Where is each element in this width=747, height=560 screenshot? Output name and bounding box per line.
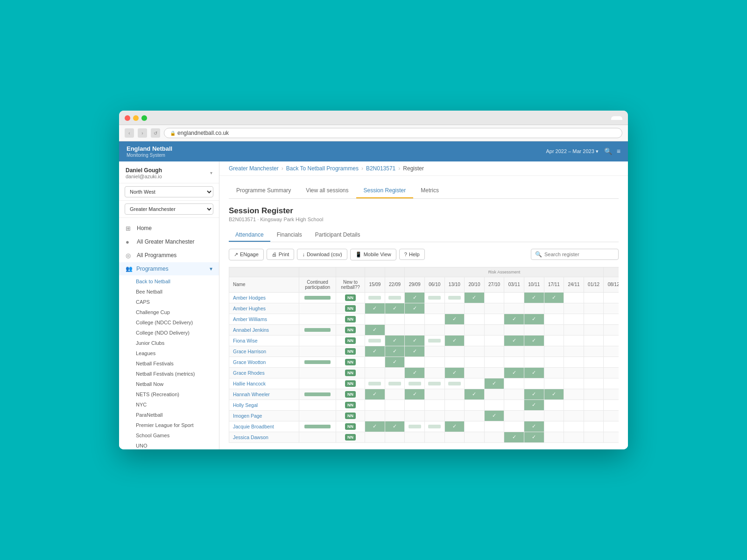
tab-financials[interactable]: Financials — [270, 229, 309, 242]
date-attendance-cell[interactable] — [604, 346, 619, 357]
breadcrumb-id[interactable]: B2N013571 — [366, 165, 395, 172]
date-attendance-cell[interactable]: ✓ — [385, 335, 405, 346]
date-attendance-cell[interactable]: ✓ — [544, 389, 564, 399]
date-attendance-cell[interactable] — [365, 432, 385, 442]
date-attendance-cell[interactable]: ✓ — [405, 389, 425, 399]
date-attendance-cell[interactable]: ✓ — [524, 314, 544, 324]
date-attendance-cell[interactable] — [365, 314, 385, 324]
tab-participant-details[interactable]: Participant Details — [309, 229, 367, 242]
tab-programme-summary[interactable]: Programme Summary — [229, 183, 298, 198]
date-attendance-cell[interactable]: ✓ — [524, 335, 544, 346]
breadcrumb-btn[interactable]: Back To Netball Programmes — [286, 165, 359, 172]
date-attendance-cell[interactable] — [444, 432, 465, 442]
date-attendance-cell[interactable] — [405, 314, 425, 324]
date-attendance-cell[interactable] — [544, 367, 564, 378]
sidebar-sub-netball-festivals-metrics[interactable]: Netball Festivals (metrics) — [119, 369, 219, 379]
date-attendance-cell[interactable] — [365, 335, 385, 346]
date-attendance-cell[interactable] — [484, 292, 504, 303]
user-chevron-icon[interactable]: ▾ — [210, 170, 212, 175]
download-button[interactable]: ↓ Download (csv) — [297, 249, 347, 260]
date-attendance-cell[interactable] — [564, 357, 584, 367]
date-attendance-cell[interactable] — [444, 292, 465, 303]
date-attendance-cell[interactable]: ✓ — [524, 367, 544, 378]
date-attendance-cell[interactable] — [564, 389, 584, 399]
date-attendance-cell[interactable] — [484, 324, 504, 335]
date-attendance-cell[interactable]: ✓ — [524, 292, 544, 303]
date-attendance-cell[interactable] — [365, 367, 385, 378]
date-attendance-cell[interactable] — [424, 389, 444, 399]
date-attendance-cell[interactable]: ✓ — [504, 367, 524, 378]
date-attendance-cell[interactable] — [424, 421, 444, 432]
date-attendance-cell[interactable]: ✓ — [504, 432, 524, 442]
date-attendance-cell[interactable]: ✓ — [444, 314, 465, 324]
date-attendance-cell[interactable]: ✓ — [504, 314, 524, 324]
table-row[interactable]: Hallie HancockNN✓ — [229, 378, 619, 389]
date-attendance-cell[interactable] — [604, 367, 619, 378]
date-attendance-cell[interactable] — [544, 335, 564, 346]
date-attendance-cell[interactable] — [385, 410, 405, 421]
table-row[interactable]: Grace HarrisonNN✓✓✓ — [229, 346, 619, 357]
date-attendance-cell[interactable] — [544, 432, 564, 442]
date-attendance-cell[interactable] — [424, 314, 444, 324]
date-attendance-cell[interactable]: ✓ — [405, 303, 425, 314]
sidebar-sub-junior-clubs[interactable]: Junior Clubs — [119, 338, 219, 348]
date-attendance-cell[interactable]: ✓ — [504, 335, 524, 346]
date-attendance-cell[interactable] — [465, 399, 485, 410]
date-attendance-cell[interactable] — [604, 399, 619, 410]
participant-name[interactable]: Amber Williams — [229, 314, 299, 324]
participant-name[interactable]: Fiona Wise — [229, 335, 299, 346]
date-attendance-cell[interactable] — [564, 314, 584, 324]
participant-name[interactable]: Hallie Hancock — [229, 378, 299, 389]
date-attendance-cell[interactable]: ✓ — [444, 421, 465, 432]
date-attendance-cell[interactable] — [604, 303, 619, 314]
date-attendance-cell[interactable] — [385, 399, 405, 410]
date-attendance-cell[interactable] — [564, 303, 584, 314]
date-attendance-cell[interactable]: ✓ — [405, 367, 425, 378]
date-attendance-cell[interactable] — [444, 399, 465, 410]
sidebar-sub-paranetball[interactable]: ParaNetball — [119, 410, 219, 420]
date-attendance-cell[interactable] — [584, 389, 604, 399]
date-attendance-cell[interactable] — [504, 324, 524, 335]
date-attendance-cell[interactable] — [424, 399, 444, 410]
date-attendance-cell[interactable] — [604, 357, 619, 367]
date-attendance-cell[interactable] — [584, 421, 604, 432]
date-attendance-cell[interactable] — [604, 335, 619, 346]
participant-name[interactable]: Grace Wootton — [229, 357, 299, 367]
date-attendance-cell[interactable] — [484, 389, 504, 399]
date-attendance-cell[interactable] — [584, 346, 604, 357]
date-attendance-cell[interactable] — [385, 378, 405, 389]
date-attendance-cell[interactable]: ✓ — [444, 367, 465, 378]
date-attendance-cell[interactable] — [424, 303, 444, 314]
participant-name[interactable]: Amber Hughes — [229, 303, 299, 314]
sidebar-sub-premier-league[interactable]: Premier League for Sport — [119, 420, 219, 430]
date-attendance-cell[interactable] — [544, 324, 564, 335]
sidebar-sub-nyc[interactable]: NYC — [119, 399, 219, 410]
date-attendance-cell[interactable] — [604, 378, 619, 389]
table-row[interactable]: Fiona WiseNN✓✓✓✓✓ — [229, 335, 619, 346]
date-attendance-cell[interactable]: ✓ — [524, 389, 544, 399]
date-attendance-cell[interactable] — [444, 324, 465, 335]
date-attendance-cell[interactable] — [484, 432, 504, 442]
region-select[interactable]: North West — [125, 186, 213, 197]
area-select[interactable]: Greater Manchester — [125, 203, 213, 215]
sidebar-item-all-gm[interactable]: ● All Greater Manchester — [119, 235, 219, 249]
date-attendance-cell[interactable] — [484, 399, 504, 410]
date-attendance-cell[interactable] — [424, 378, 444, 389]
tab-session-register[interactable]: Session Register — [356, 183, 414, 198]
search-input[interactable] — [544, 252, 614, 257]
tab-metrics[interactable]: Metrics — [413, 183, 446, 198]
date-attendance-cell[interactable] — [524, 378, 544, 389]
search-icon[interactable]: 🔍 — [604, 147, 612, 155]
date-attendance-cell[interactable] — [484, 421, 504, 432]
table-row[interactable]: Annabel JenkinsNN✓ — [229, 324, 619, 335]
date-attendance-cell[interactable] — [465, 421, 485, 432]
date-attendance-cell[interactable] — [584, 303, 604, 314]
date-attendance-cell[interactable]: ✓ — [524, 399, 544, 410]
date-attendance-cell[interactable] — [564, 421, 584, 432]
date-attendance-cell[interactable] — [604, 421, 619, 432]
date-attendance-cell[interactable] — [504, 346, 524, 357]
date-attendance-cell[interactable] — [604, 389, 619, 399]
table-row[interactable]: Hannah WheelerNN✓✓✓✓✓ — [229, 389, 619, 399]
date-attendance-cell[interactable] — [524, 324, 544, 335]
date-attendance-cell[interactable] — [365, 410, 385, 421]
